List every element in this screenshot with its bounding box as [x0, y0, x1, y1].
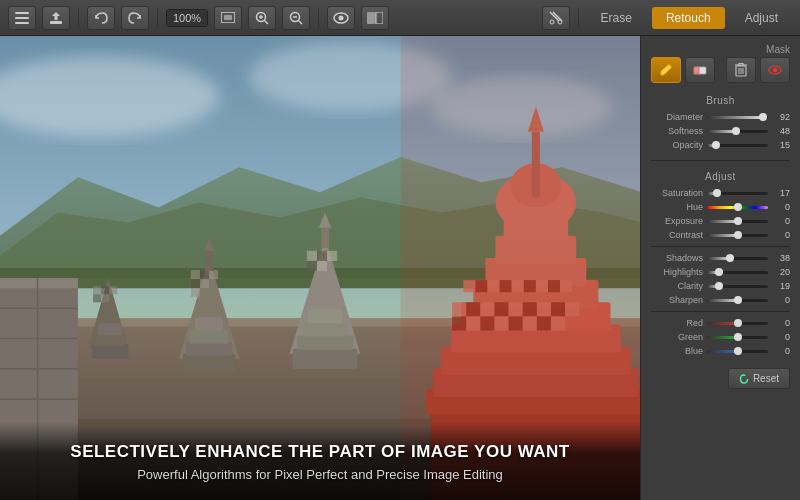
reset-icon	[739, 374, 749, 384]
svg-rect-53	[195, 317, 223, 330]
separator3	[318, 8, 319, 28]
svg-rect-0	[15, 12, 29, 14]
zoom-out-icon[interactable]	[282, 6, 310, 30]
opacity-slider-row: Opacity 15	[651, 140, 790, 150]
tab-erase[interactable]: Erase	[587, 7, 646, 29]
svg-rect-54	[191, 270, 200, 279]
image-area[interactable]: SELECTIVELY ENHANCE THE PART OF IMAGE YO…	[0, 36, 640, 500]
svg-rect-16	[376, 12, 383, 24]
green-label: Green	[651, 332, 703, 342]
share-icon[interactable]	[42, 6, 70, 30]
brush-section-label: Brush	[651, 95, 790, 106]
contrast-slider-row: Contrast 0	[651, 230, 790, 240]
mask-tool-section	[726, 57, 790, 83]
svg-rect-68	[317, 251, 327, 261]
svg-rect-50	[183, 354, 235, 372]
svg-rect-48	[101, 294, 109, 302]
svg-point-21	[558, 20, 562, 24]
svg-rect-63	[293, 349, 358, 369]
svg-rect-66	[308, 309, 342, 323]
red-label: Red	[651, 318, 703, 328]
svg-rect-71	[317, 261, 327, 271]
svg-rect-51	[186, 342, 232, 356]
hue-value: 0	[772, 202, 790, 212]
redo-icon[interactable]	[121, 6, 149, 30]
hue-track[interactable]	[707, 206, 768, 209]
compare-icon[interactable]	[361, 6, 389, 30]
svg-line-12	[299, 20, 303, 24]
diameter-slider-row: Diameter 92	[651, 112, 790, 122]
opacity-label: Opacity	[651, 140, 703, 150]
svg-rect-45	[101, 286, 109, 294]
svg-line-9	[265, 20, 269, 24]
clarity-track[interactable]	[707, 285, 768, 288]
saturation-slider-row: Saturation 17	[651, 188, 790, 198]
exposure-label: Exposure	[651, 216, 703, 226]
brush-tool-btn[interactable]	[651, 57, 681, 83]
svg-rect-72	[321, 228, 329, 248]
green-track[interactable]	[707, 336, 768, 339]
svg-rect-57	[191, 279, 200, 288]
right-panel: Mask Brush	[640, 36, 800, 500]
tab-retouch[interactable]: Retouch	[652, 7, 725, 29]
library-icon[interactable]	[8, 6, 36, 30]
exposure-track[interactable]	[707, 220, 768, 223]
svg-point-20	[550, 20, 554, 24]
sharpen-track[interactable]	[707, 299, 768, 302]
eye-tool-btn[interactable]	[760, 57, 790, 83]
svg-rect-46	[109, 286, 117, 294]
hue-label: Hue	[651, 202, 703, 212]
saturation-label: Saturation	[651, 188, 703, 198]
softness-value: 48	[772, 126, 790, 136]
svg-point-125	[773, 68, 777, 72]
opacity-track[interactable]	[707, 144, 768, 147]
zoom-in-icon[interactable]	[248, 6, 276, 30]
divider3	[651, 311, 790, 312]
tab-adjust[interactable]: Adjust	[731, 7, 792, 29]
green-value: 0	[772, 332, 790, 342]
contrast-track[interactable]	[707, 234, 768, 237]
blue-slider-row: Blue 0	[651, 346, 790, 356]
svg-point-14	[339, 15, 344, 20]
zoom-display: 100%	[166, 9, 208, 27]
saturation-track[interactable]	[707, 192, 768, 195]
preview-icon[interactable]	[327, 6, 355, 30]
main-content: SELECTIVELY ENHANCE THE PART OF IMAGE YO…	[0, 36, 800, 500]
text-overlay: SELECTIVELY ENHANCE THE PART OF IMAGE YO…	[0, 422, 640, 500]
shadows-track[interactable]	[707, 257, 768, 260]
svg-rect-69	[327, 251, 337, 261]
diameter-track[interactable]	[707, 116, 768, 119]
shadows-label: Shadows	[651, 253, 703, 263]
contrast-label: Contrast	[651, 230, 703, 240]
toolbar: 100% Erase Retouch Adjust	[0, 0, 800, 36]
highlights-track[interactable]	[707, 271, 768, 274]
highlights-slider-row: Highlights 20	[651, 267, 790, 277]
scissor-icon[interactable]	[542, 6, 570, 30]
sharpen-label: Sharpen	[651, 295, 703, 305]
svg-rect-43	[98, 323, 122, 335]
red-track[interactable]	[707, 322, 768, 325]
reset-button[interactable]: Reset	[728, 368, 790, 389]
eraser-tool-btn[interactable]	[685, 57, 715, 83]
opacity-value: 15	[772, 140, 790, 150]
brush-sliders: Diameter 92 Softness 48 Opacity	[651, 112, 790, 154]
svg-rect-34	[0, 278, 78, 288]
undo-icon[interactable]	[87, 6, 115, 30]
svg-rect-41	[92, 344, 128, 359]
diameter-label: Diameter	[651, 112, 703, 122]
trash-tool-btn[interactable]	[726, 57, 756, 83]
svg-rect-5	[224, 15, 232, 20]
highlights-value: 20	[772, 267, 790, 277]
saturation-value: 17	[772, 188, 790, 198]
panel-tools-row	[651, 57, 790, 83]
red-slider-row: Red 0	[651, 318, 790, 328]
shadows-value: 38	[772, 253, 790, 263]
softness-track[interactable]	[707, 130, 768, 133]
fit-screen-icon[interactable]	[214, 6, 242, 30]
separator2	[157, 8, 158, 28]
separator4	[578, 8, 579, 28]
divider2	[651, 246, 790, 247]
blue-track[interactable]	[707, 350, 768, 353]
red-value: 0	[772, 318, 790, 328]
sharpen-value: 0	[772, 295, 790, 305]
